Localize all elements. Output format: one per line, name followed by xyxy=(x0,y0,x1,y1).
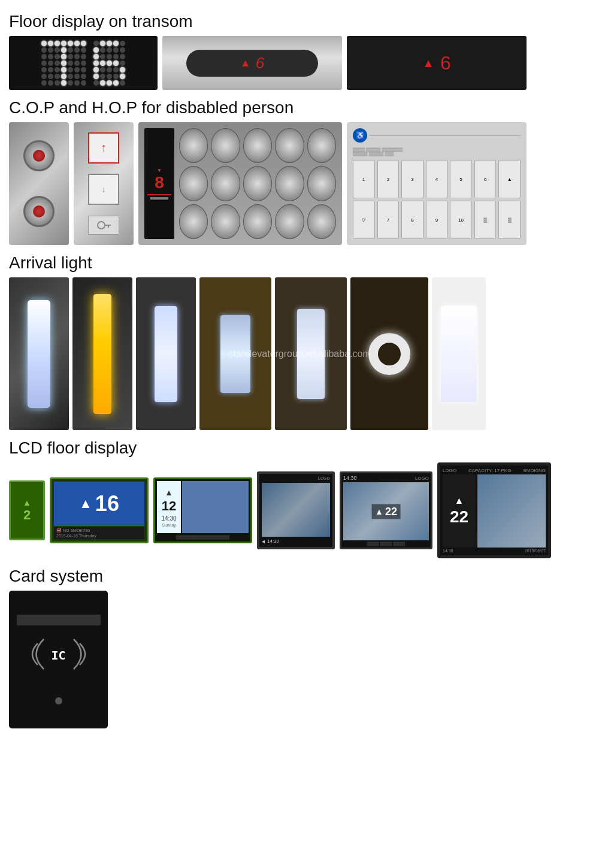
left-wave-svg xyxy=(26,636,47,672)
cop3-buttons-grid xyxy=(179,128,336,239)
lcd5-header: 14:30 LOGO xyxy=(343,475,429,481)
lcd3-day: Sunday xyxy=(162,523,176,527)
cop4-btn: 6 xyxy=(474,160,497,198)
cop3-btn xyxy=(179,166,208,201)
cop-row: ↑ ↓ ▼ 8 xyxy=(9,122,590,245)
cop-panel-2: ↑ ↓ xyxy=(74,122,134,245)
cop3-arrow: ▼ xyxy=(157,168,162,173)
svg-point-0 xyxy=(98,222,105,229)
cop2-btn-up: ↑ xyxy=(88,132,119,164)
transom3-inner: ▲ 6 xyxy=(347,52,527,74)
lcd2-info: 🚭 NO SMOKING 2015-04-16 Thursday xyxy=(54,527,144,539)
arrival-light-3 xyxy=(136,277,196,430)
lcd6-date-right: 2015/06/07 xyxy=(525,549,546,553)
lcd-display-2: ▲ 16 🚭 NO SMOKING 2015-04-16 Thursday xyxy=(50,477,149,543)
transom3-number: 6 xyxy=(440,52,451,74)
cop3-line3 xyxy=(150,199,168,200)
cop4-header: ♿ xyxy=(353,128,521,143)
lcd6-capacity: CAPACITY: 17 PKG xyxy=(468,468,511,473)
transom-display-1 xyxy=(9,36,158,90)
cop4-instructions: ▒▒▒▒ ▒▒▒▒▒ ▒▒▒▒▒▒▒▒▒▒▒▒ ▒▒▒▒▒ ▒▒▒ xyxy=(353,147,521,156)
rfid-waves: IC xyxy=(26,631,92,679)
lcd2-date: 2015-04-16 Thursday xyxy=(56,534,142,538)
cop4-buttons-grid: 1 2 3 4 5 6 ▲ ▽ 7 8 9 10 ▒ ▒ xyxy=(353,160,521,239)
key-icon xyxy=(96,220,111,231)
arrival-light-glow-4 xyxy=(220,315,250,393)
lcd3-time: 14:30 xyxy=(161,515,176,522)
cop3-btn xyxy=(275,204,304,239)
cop4-divider xyxy=(370,135,521,136)
cop4-btn: ▲ xyxy=(498,160,521,198)
cop3-btn xyxy=(275,166,304,201)
cop4-btn: 10 xyxy=(450,201,472,239)
cop3-btn xyxy=(243,204,272,239)
floor-display-row: ▲ 6 ▲ 6 xyxy=(9,36,590,90)
lcd5-logo: LOGO xyxy=(415,476,429,481)
cop3-btn xyxy=(179,128,208,163)
lcd5-floor: 22 xyxy=(385,505,397,518)
lcd4-nav-icon: ◂ xyxy=(262,538,265,545)
section-title-lcd: LCD floor display xyxy=(9,438,590,458)
cop3-btn xyxy=(211,204,240,239)
arrival-light-4 xyxy=(199,277,271,430)
card-rfid-area: IC xyxy=(26,631,92,679)
cop4-btn: 5 xyxy=(450,160,472,198)
arrival-light-1 xyxy=(9,277,69,430)
section-title-cop: C.O.P and H.O.P for disbabled person xyxy=(9,98,590,117)
lcd-display-4: LOGO ▲▲ ◂ 14:30 xyxy=(257,471,335,549)
lcd3-info: ▲ 12 14:30 Sunday xyxy=(157,481,181,533)
cop-btn-up-inner xyxy=(33,150,45,162)
rfid-right-waves xyxy=(71,636,92,675)
cop3-btn xyxy=(307,128,336,163)
lcd1-floor: 2 xyxy=(23,507,31,523)
lcd4-time: 14:30 xyxy=(267,539,279,544)
cop-panel-1 xyxy=(9,122,69,245)
lcd2-arrow: ▲ xyxy=(79,496,92,512)
lcd3-main: ▲ 12 14:30 Sunday xyxy=(157,481,249,533)
arrival-light-glow-2 xyxy=(93,294,111,414)
arrival-light-6 xyxy=(350,277,428,430)
cop3-btn xyxy=(307,166,336,201)
lcd2-floor: 16 xyxy=(95,491,119,516)
rfid-left-waves xyxy=(26,636,47,675)
cop-panel-4-disabled: ♿ ▒▒▒▒ ▒▒▒▒▒ ▒▒▒▒▒▒▒▒▒▒▒▒ ▒▒▒▒▒ ▒▒▒ 1 2 … xyxy=(347,122,527,245)
lcd6-speed: SMOKING xyxy=(523,468,546,473)
arrival-light-glow-6 xyxy=(368,333,410,375)
lcd1-arrow: ▲ xyxy=(23,498,31,507)
cop3-btn xyxy=(275,128,304,163)
section-title-card: Card system xyxy=(9,567,590,586)
arrival-light-glow-3 xyxy=(155,306,177,402)
cop4-btn: 8 xyxy=(401,201,423,239)
cop3-display: ▼ 8 xyxy=(144,128,174,239)
lcd-display-1: ▲ 2 xyxy=(9,480,45,540)
cop3-line2 xyxy=(150,198,168,199)
cop3-floor: 8 xyxy=(155,173,164,192)
cop3-btn xyxy=(211,166,240,201)
lcd4-overlay: ▲▲ xyxy=(2,2,18,12)
cop4-btn: ▒ xyxy=(498,201,521,239)
lcd5-floor-overlay: ▲ 22 xyxy=(371,504,401,519)
section-title-arrival: Arrival light xyxy=(9,253,590,273)
lcd5-image: ▲ 22 xyxy=(343,482,429,540)
cop4-btn: 7 xyxy=(377,201,400,239)
cop3-line1 xyxy=(150,197,168,198)
cop-btn-up xyxy=(23,140,55,171)
lcd5-time: 14:30 xyxy=(343,475,357,481)
cop4-btn: 9 xyxy=(426,201,448,239)
cop3-btn xyxy=(211,128,240,163)
right-wave-svg xyxy=(71,636,92,672)
lcd6-image xyxy=(477,474,546,548)
cop4-btn: ▽ xyxy=(353,201,375,239)
lcd3-image xyxy=(182,481,249,533)
cop3-btn xyxy=(243,128,272,163)
arrival-light-2 xyxy=(72,277,132,430)
transom2-number: 6 xyxy=(256,54,264,72)
cop3-lines xyxy=(150,197,168,200)
lcd6-logo: LOGO xyxy=(443,468,456,473)
cop4-btn: ▒ xyxy=(474,201,497,239)
lcd4-bottom: ◂ 14:30 xyxy=(262,538,330,545)
cop4-btn: 3 xyxy=(401,160,423,198)
cop4-btn: 4 xyxy=(426,160,448,198)
transom3-arrow: ▲ xyxy=(422,56,434,70)
lcd-display-3: ▲ 12 14:30 Sunday ▒▒▒▒▒▒▒▒▒▒▒▒▒▒▒▒▒▒ xyxy=(153,477,252,543)
